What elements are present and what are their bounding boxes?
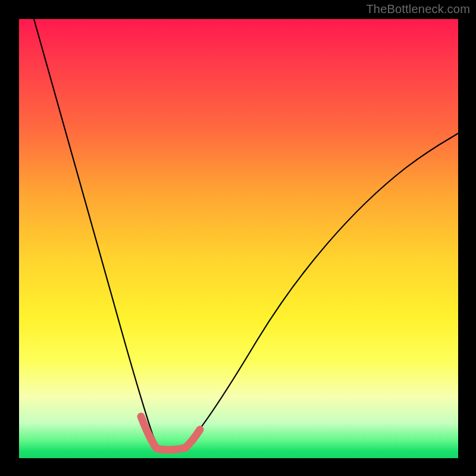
highlight-left — [141, 416, 158, 449]
bottleneck-curve — [34, 19, 458, 450]
plot-area — [19, 19, 458, 458]
highlight-right — [185, 430, 200, 448]
highlight-segment — [141, 416, 200, 450]
watermark-text: TheBottleneck.com — [366, 2, 470, 16]
curve-left-branch — [34, 19, 162, 450]
outer-frame: TheBottleneck.com — [0, 0, 476, 476]
chart-svg — [19, 19, 458, 458]
curve-right-branch — [184, 133, 458, 447]
